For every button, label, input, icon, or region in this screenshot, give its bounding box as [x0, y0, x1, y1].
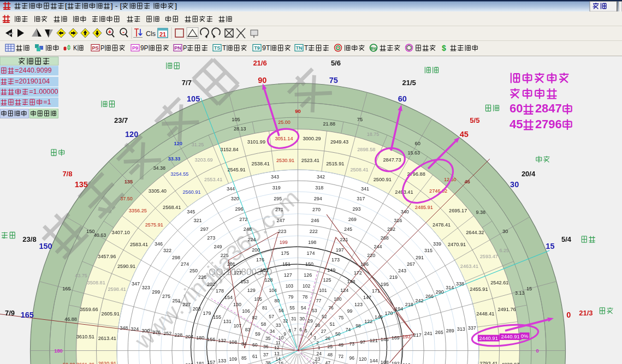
svg-text:2560.91: 2560.91 — [182, 189, 200, 195]
svg-text:3152.84: 3152.84 — [221, 147, 239, 152]
svg-text:31.25: 31.25 — [192, 142, 204, 147]
svg-text:TN: TN — [296, 45, 303, 51]
svg-text:2575.91: 2575.91 — [145, 222, 163, 228]
svg-text:292: 292 — [387, 226, 395, 232]
svg-text:0: 0 — [566, 311, 571, 319]
svg-text:3610.51: 3610.51 — [76, 334, 94, 339]
svg-text:2485.91: 2485.91 — [415, 205, 433, 210]
svg-text:124: 124 — [340, 288, 348, 293]
svg-text:2491.76: 2491.76 — [497, 307, 516, 312]
svg-text:36: 36 — [263, 344, 269, 349]
svg-text:313: 313 — [457, 326, 465, 332]
svg-text:21/3: 21/3 — [579, 309, 593, 317]
svg-text:181: 181 — [196, 361, 204, 364]
svg-text:3661.36: 3661.36 — [76, 362, 94, 364]
svg-text:120: 120 — [359, 356, 367, 362]
svg-text:28.13: 28.13 — [234, 126, 246, 132]
svg-text:175: 175 — [281, 250, 289, 256]
svg-text:100: 100 — [334, 296, 342, 302]
svg-text:122: 122 — [364, 319, 372, 324]
svg-text:226: 226 — [198, 275, 206, 280]
svg-text:9.38: 9.38 — [476, 210, 485, 215]
svg-text:340: 340 — [401, 209, 409, 214]
svg-text:156: 156 — [207, 337, 215, 342]
svg-text:90: 90 — [258, 76, 266, 85]
svg-text:83: 83 — [245, 327, 251, 332]
svg-text:5/5: 5/5 — [470, 116, 479, 124]
svg-text:192: 192 — [392, 361, 400, 364]
svg-text:249: 249 — [214, 244, 222, 249]
svg-text:219: 219 — [389, 275, 398, 280]
svg-text:320: 320 — [231, 196, 239, 201]
svg-text:11: 11 — [276, 340, 281, 345]
svg-text:169: 169 — [392, 335, 400, 341]
svg-text:105: 105 — [187, 94, 200, 103]
svg-text:103: 103 — [286, 283, 294, 289]
svg-text:21/5: 21/5 — [402, 79, 416, 87]
svg-text:345: 345 — [187, 209, 195, 214]
svg-text:3.13: 3.13 — [515, 290, 525, 296]
svg-text:74: 74 — [346, 327, 351, 332]
svg-text:9: 9 — [283, 331, 286, 337]
svg-text:180: 180 — [196, 335, 204, 341]
svg-text:121: 121 — [370, 338, 378, 343]
svg-text:171: 171 — [372, 288, 380, 294]
svg-text:246: 246 — [311, 218, 319, 223]
svg-text:5/4: 5/4 — [561, 235, 572, 243]
svg-text:299: 299 — [152, 289, 160, 295]
svg-text:148: 148 — [347, 279, 355, 284]
svg-text:3000.29: 3000.29 — [303, 136, 321, 141]
svg-text:324: 324 — [131, 326, 139, 332]
svg-text:3457.96: 3457.96 — [98, 254, 116, 259]
svg-text:=1: =1 — [43, 98, 51, 106]
svg-text:2500.91: 2500.91 — [374, 177, 392, 182]
svg-text:2478.41: 2478.41 — [433, 222, 451, 228]
svg-text:30: 30 — [299, 316, 305, 321]
svg-text:21/6: 21/6 — [253, 59, 266, 67]
svg-text:2463.41: 2463.41 — [460, 264, 478, 269]
svg-text:2553.41: 2553.41 — [204, 177, 222, 182]
svg-text:197: 197 — [336, 247, 344, 253]
svg-text:290: 290 — [436, 289, 444, 295]
svg-text:$: $ — [442, 44, 446, 52]
svg-text:34.38: 34.38 — [153, 165, 166, 171]
svg-text:25.00: 25.00 — [278, 120, 291, 125]
svg-text:12: 12 — [274, 345, 280, 350]
svg-text:147: 147 — [363, 295, 371, 300]
svg-text:174: 174 — [307, 250, 315, 256]
svg-text:31: 31 — [291, 316, 297, 321]
svg-text:45: 45 — [460, 130, 469, 139]
svg-text:293: 293 — [353, 206, 361, 212]
svg-text:43.75: 43.75 — [75, 273, 87, 278]
svg-text:177: 177 — [234, 270, 242, 276]
svg-text:133: 133 — [218, 358, 226, 363]
svg-text:98: 98 — [356, 323, 361, 329]
svg-text:P: P — [183, 44, 187, 52]
svg-text:72: 72 — [338, 354, 343, 359]
svg-text:3356.25: 3356.25 — [129, 208, 147, 213]
svg-text:224: 224 — [248, 237, 256, 242]
svg-text:2598.41: 2598.41 — [108, 287, 126, 292]
svg-text:204: 204 — [185, 334, 193, 339]
svg-text:73: 73 — [349, 341, 354, 347]
svg-text:49: 49 — [338, 342, 343, 348]
svg-text:151: 151 — [282, 261, 291, 267]
svg-text:T: T — [304, 44, 308, 52]
svg-text:150: 150 — [86, 229, 95, 234]
svg-text:178: 178 — [216, 288, 224, 294]
svg-text:5/6: 5/6 — [331, 59, 341, 67]
svg-text:130: 130 — [233, 302, 241, 307]
svg-text:33.33: 33.33 — [168, 156, 181, 162]
svg-text:267: 267 — [407, 261, 415, 267]
svg-text:=1.00000: =1.00000 — [29, 87, 58, 96]
svg-text:7/7: 7/7 — [182, 79, 192, 87]
svg-text:78: 78 — [303, 294, 308, 300]
svg-text:106: 106 — [242, 308, 250, 314]
svg-text:3: 3 — [313, 335, 316, 341]
svg-text:276: 276 — [152, 330, 161, 335]
svg-text:2613.41: 2613.41 — [98, 336, 116, 341]
svg-text:131: 131 — [223, 319, 232, 324]
svg-text:2620.91: 2620.91 — [98, 361, 116, 364]
svg-text:196: 196 — [360, 261, 369, 267]
svg-text:221: 221 — [340, 237, 348, 242]
